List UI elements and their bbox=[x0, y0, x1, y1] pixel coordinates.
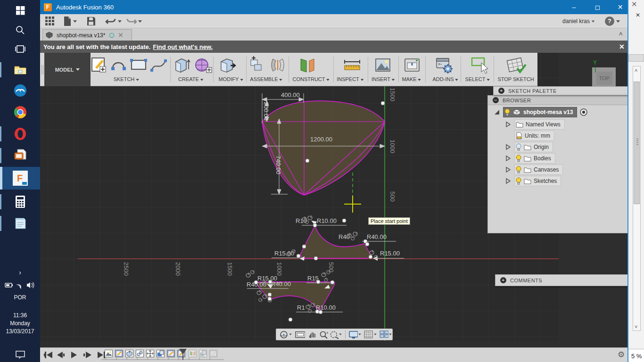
scroll-down-icon[interactable]: ˅ bbox=[635, 324, 637, 329]
save-icon[interactable] bbox=[86, 16, 96, 26]
tree-row-named-views[interactable]: Named Views bbox=[505, 119, 565, 130]
collapse-toolbar-chevron[interactable]: ˄ bbox=[619, 30, 623, 37]
opera-icon[interactable] bbox=[0, 123, 40, 144]
sync-status-icon[interactable] bbox=[109, 33, 115, 38]
action-center-icon[interactable] bbox=[0, 344, 40, 362]
tree-row-bodies[interactable]: Bodies bbox=[505, 153, 555, 164]
root-pill[interactable]: shopbot-mesa v13 bbox=[503, 107, 577, 117]
expanded-arrow-icon[interactable] bbox=[494, 109, 500, 115]
group-make[interactable]: MAKE bbox=[402, 76, 421, 82]
orbit-icon[interactable] bbox=[279, 330, 289, 339]
timeline-extrude-feature[interactable] bbox=[125, 350, 133, 357]
timeline-move-feature[interactable] bbox=[146, 350, 154, 357]
calculator-icon[interactable] bbox=[0, 191, 40, 212]
arc-tool-icon[interactable] bbox=[110, 56, 128, 74]
fusion-360-taskbar-icon[interactable]: F bbox=[0, 167, 40, 189]
scrollbar[interactable]: ˄ ˅ bbox=[633, 66, 641, 331]
chrome-icon[interactable] bbox=[0, 102, 40, 123]
browser-header[interactable]: − BROWSER bbox=[488, 96, 628, 105]
sketch-palette-header[interactable]: + SKETCH PALETTE bbox=[493, 86, 639, 95]
group-inspect[interactable]: INSPECT bbox=[337, 76, 364, 82]
new-component-icon[interactable] bbox=[249, 56, 268, 75]
extrude-icon[interactable] bbox=[173, 56, 192, 75]
banner-link[interactable]: Find out what's new. bbox=[153, 43, 213, 50]
viewports-menu-caret[interactable] bbox=[389, 334, 392, 336]
collapsed-arrow-icon[interactable] bbox=[505, 155, 511, 162]
create-sketch-icon[interactable] bbox=[91, 56, 107, 74]
view-cube-face[interactable]: TOP bbox=[596, 72, 612, 85]
rectangle-tool-icon[interactable] bbox=[130, 56, 148, 74]
file-menu-icon[interactable] bbox=[63, 16, 72, 26]
scroll-up-icon[interactable]: ˄ bbox=[635, 67, 637, 73]
user-menu[interactable]: daniel kras bbox=[562, 18, 595, 25]
form-icon[interactable] bbox=[193, 56, 213, 75]
bulb-off-icon[interactable] bbox=[516, 143, 521, 151]
grid-settings-icon[interactable] bbox=[363, 330, 373, 339]
collapsed-arrow-icon[interactable] bbox=[505, 121, 511, 128]
group-addins[interactable]: ADD-INS bbox=[432, 76, 458, 82]
pan-icon[interactable] bbox=[307, 330, 316, 339]
tab-close-icon[interactable]: ✕ bbox=[118, 32, 123, 39]
collapsed-arrow-icon[interactable] bbox=[505, 166, 511, 173]
collapsed-arrow-icon[interactable] bbox=[505, 144, 511, 150]
zoom-menu-caret[interactable] bbox=[339, 334, 342, 336]
construct-plane-icon[interactable] bbox=[297, 56, 319, 75]
viewports-icon[interactable] bbox=[379, 330, 388, 339]
app-grid-icon[interactable] bbox=[45, 16, 55, 26]
group-select[interactable]: SELECT bbox=[465, 76, 490, 82]
timeline-combine-feature[interactable] bbox=[157, 350, 165, 357]
impress-icon[interactable] bbox=[0, 145, 40, 166]
keyboard-locale[interactable]: POR bbox=[0, 294, 40, 301]
measure-icon[interactable] bbox=[342, 56, 363, 75]
stop-sketch-icon[interactable] bbox=[506, 56, 528, 76]
bulb-on-icon[interactable] bbox=[504, 108, 510, 116]
tree-row-root[interactable]: shopbot-mesa v13 bbox=[494, 107, 588, 117]
bulb-on-icon[interactable] bbox=[516, 166, 521, 173]
expand-icon[interactable]: + bbox=[498, 88, 504, 94]
tray-expand-chevron[interactable]: › bbox=[0, 269, 40, 276]
display-menu-caret[interactable] bbox=[358, 334, 361, 336]
group-create[interactable]: CREATE bbox=[178, 76, 204, 82]
zoom-icon[interactable]: ± bbox=[318, 330, 329, 339]
undo-menu-caret[interactable] bbox=[118, 20, 122, 23]
button-stop-sketch[interactable]: STOP SKETCH bbox=[497, 76, 534, 82]
close-icon[interactable]: ✕ bbox=[631, 0, 637, 8]
workspace-selector[interactable]: MODEL bbox=[44, 53, 91, 86]
select-icon[interactable] bbox=[470, 56, 491, 76]
help-menu-caret[interactable] bbox=[616, 20, 620, 23]
document-tab[interactable]: shopbot-mesa v13* ✕ bbox=[42, 29, 132, 41]
maximize-button[interactable]: ◻ bbox=[587, 0, 608, 14]
help-icon[interactable]: ? bbox=[605, 16, 614, 26]
joint-icon[interactable] bbox=[269, 56, 286, 75]
press-pull-icon[interactable] bbox=[218, 56, 238, 75]
file-menu-caret[interactable] bbox=[73, 20, 77, 23]
settings-gear-icon[interactable]: ⚙ bbox=[618, 350, 625, 360]
start-button[interactable] bbox=[0, 0, 40, 21]
display-settings-icon[interactable] bbox=[348, 330, 358, 339]
timeline-ruler[interactable] bbox=[101, 358, 224, 362]
banner-close-icon[interactable]: ✕ bbox=[619, 43, 625, 50]
bulb-on-icon[interactable] bbox=[516, 155, 521, 162]
search-icon[interactable] bbox=[0, 20, 40, 41]
file-explorer-icon[interactable] bbox=[0, 59, 40, 80]
expand-icon[interactable]: + bbox=[500, 277, 506, 283]
bulb-on-icon[interactable] bbox=[516, 177, 521, 185]
group-sketch[interactable]: SKETCH bbox=[114, 76, 140, 82]
group-insert[interactable]: INSERT bbox=[372, 76, 395, 82]
close-icon[interactable]: ✕ bbox=[636, 12, 640, 18]
insert-image-icon[interactable] bbox=[374, 56, 393, 75]
redo-menu-caret[interactable] bbox=[138, 20, 142, 23]
group-modify[interactable]: MODIFY bbox=[219, 76, 244, 82]
tree-row-sketches[interactable]: Sketches bbox=[505, 176, 561, 186]
openoffice-icon[interactable] bbox=[0, 80, 40, 101]
task-view-icon[interactable] bbox=[0, 39, 40, 59]
tree-row-units[interactable]: Units: mm bbox=[514, 131, 554, 141]
grid-menu-caret[interactable] bbox=[374, 334, 377, 336]
make-3dprint-icon[interactable] bbox=[403, 56, 422, 75]
timeline-component-feature[interactable] bbox=[136, 350, 144, 357]
orbit-menu-caret[interactable] bbox=[289, 334, 292, 336]
zoom-window-icon[interactable] bbox=[329, 330, 338, 339]
tree-row-origin[interactable]: Origin bbox=[505, 142, 553, 152]
collapsed-arrow-icon[interactable] bbox=[505, 178, 511, 184]
redo-icon[interactable] bbox=[126, 16, 137, 26]
